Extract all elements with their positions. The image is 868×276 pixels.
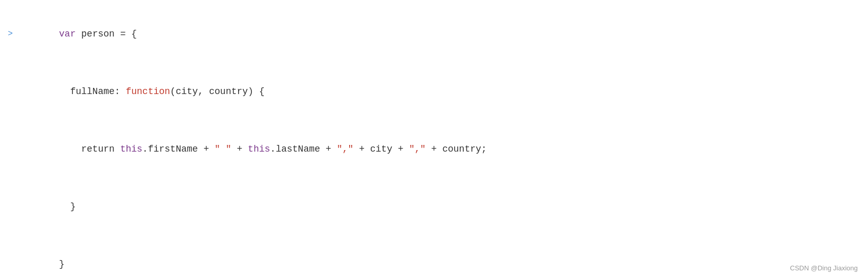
code-content-1: var person = { xyxy=(21,6,868,62)
code-line-3: return this.firstName + " " + this.lastN… xyxy=(0,120,868,178)
gutter-1: > xyxy=(0,29,21,39)
code-container: > var person = { fullName: function(city… xyxy=(0,0,868,276)
code-text-3b: .firstName + xyxy=(142,144,214,154)
string-comma-1: "," xyxy=(337,144,353,154)
keyword-this-1: this xyxy=(120,144,142,154)
code-line-1: > var person = { xyxy=(0,5,868,63)
code-content-3: return this.firstName + " " + this.lastN… xyxy=(21,121,868,177)
code-line-5: } xyxy=(0,235,868,276)
keyword-this-2: this xyxy=(248,144,270,154)
string-space: " " xyxy=(214,144,231,154)
code-text-3e: + city + xyxy=(353,144,409,154)
code-content-5: } xyxy=(21,236,868,276)
code-text-3d: .lastName + xyxy=(270,144,337,154)
watermark: CSDN @Ding Jiaxiong xyxy=(790,264,858,272)
code-text-2a: fullName: xyxy=(59,86,126,97)
code-text-1: person = { xyxy=(81,29,137,39)
code-text-3c: + xyxy=(231,144,248,154)
code-line-2: fullName: function(city, country) { xyxy=(0,63,868,120)
code-text-3a: return xyxy=(59,144,120,154)
code-text-3f: + country; xyxy=(426,144,487,154)
arrow-icon-1: > xyxy=(8,29,13,39)
code-content-4: } xyxy=(21,179,868,234)
string-comma-2: "," xyxy=(409,144,425,154)
code-text-5: } xyxy=(59,259,65,269)
code-line-4: } xyxy=(0,178,868,235)
code-text-4: } xyxy=(59,201,76,212)
code-content-2: fullName: function(city, country) { xyxy=(21,64,868,119)
code-text-2b: (city, country) { xyxy=(170,86,265,97)
keyword-var-1: var xyxy=(59,29,81,39)
keyword-function: function xyxy=(125,86,170,97)
